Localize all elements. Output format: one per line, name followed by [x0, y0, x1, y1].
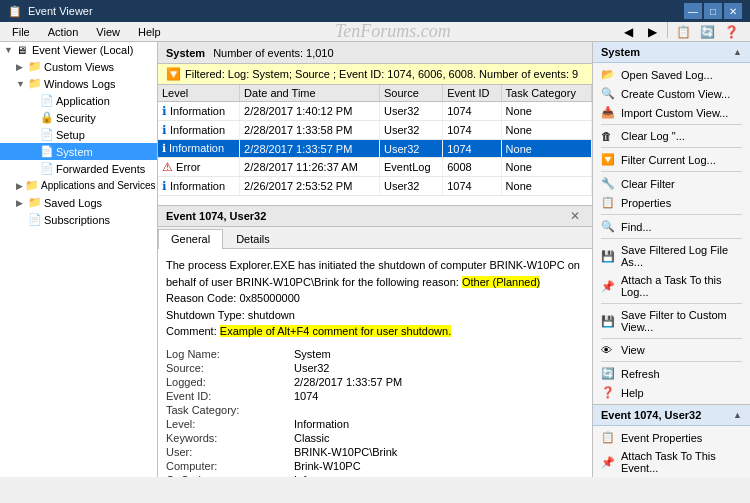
action-event-properties[interactable]: 📋 Event Properties	[593, 428, 750, 447]
cell-source: User32	[380, 140, 443, 158]
action-view[interactable]: 👁 View	[593, 341, 750, 359]
action-import-custom-view[interactable]: 📥 Import Custom View...	[593, 103, 750, 122]
action-label: Save Filter to Custom View...	[621, 309, 742, 333]
cell-category: None	[501, 158, 591, 177]
col-level[interactable]: Level	[158, 85, 240, 102]
action-save-filtered-log[interactable]: 💾 Save Filtered Log File As...	[593, 241, 750, 271]
separator	[601, 338, 742, 339]
save-filter-icon: 💾	[601, 315, 615, 328]
error-icon: ⚠	[162, 160, 173, 174]
watermark: TenForums.com	[171, 21, 615, 42]
action-attach-task[interactable]: 📌 Attach a Task To this Log...	[593, 271, 750, 301]
tab-general[interactable]: General	[158, 229, 223, 249]
app-icon: 📋	[8, 5, 22, 18]
log-icon: 📄	[28, 213, 42, 226]
expand-icon: ▼	[4, 45, 14, 55]
action-find[interactable]: 🔍 Find...	[593, 217, 750, 236]
sidebar-item-system[interactable]: ▶ 📄 System	[0, 143, 157, 160]
import-icon: 📥	[601, 106, 615, 119]
menu-view[interactable]: View	[88, 24, 128, 40]
properties-icon: 📋	[601, 196, 615, 209]
action-help[interactable]: ❓ Help	[593, 383, 750, 402]
action-properties[interactable]: 📋 Properties	[593, 193, 750, 212]
minimize-button[interactable]: —	[684, 3, 702, 19]
computer-icon: 🖥	[16, 44, 30, 56]
maximize-button[interactable]: □	[704, 3, 722, 19]
field-log-name: System	[294, 348, 584, 360]
log-icon: 📄	[40, 162, 54, 175]
action-clear-filter[interactable]: 🔧 Clear Filter	[593, 174, 750, 193]
field-label: Computer:	[166, 460, 286, 472]
actions-event-title[interactable]: Event 1074, User32 ▲	[593, 405, 750, 426]
toolbar-action2[interactable]: 🔄	[696, 22, 718, 42]
title-bar-left: 📋 Event Viewer	[8, 5, 93, 18]
sidebar-item-subscriptions[interactable]: ▶ 📄 Subscriptions	[0, 211, 157, 228]
cell-level: ⚠ Error	[158, 158, 240, 177]
toolbar-back[interactable]: ◀	[617, 22, 639, 42]
clear-icon: 🗑	[601, 130, 615, 142]
table-row[interactable]: ℹ Information 2/26/2017 2:53:52 PM User3…	[158, 177, 592, 196]
sidebar-item-app-services[interactable]: ▶ 📁 Applications and Services Logs	[0, 177, 157, 194]
col-category[interactable]: Task Category	[501, 85, 591, 102]
menu-file[interactable]: File	[4, 24, 38, 40]
action-clear-log[interactable]: 🗑 Clear Log "...	[593, 127, 750, 145]
sidebar-item-security[interactable]: ▶ 🔒 Security	[0, 109, 157, 126]
action-refresh[interactable]: 🔄 Refresh	[593, 364, 750, 383]
action-filter-log[interactable]: 🔽 Filter Current Log...	[593, 150, 750, 169]
table-row[interactable]: ℹ Information 2/28/2017 1:40:12 PM User3…	[158, 102, 592, 121]
table-row-selected[interactable]: ℹ Information 2/28/2017 1:33:57 PM User3…	[158, 140, 592, 158]
field-label: OpCode:	[166, 474, 286, 478]
filter-icon: 🔽	[601, 153, 615, 166]
actions-section-system: System ▲ 📂 Open Saved Log... 🔍 Create Cu…	[593, 42, 750, 405]
close-detail-button[interactable]: ✕	[566, 209, 584, 223]
toolbar-forward[interactable]: ▶	[641, 22, 663, 42]
menu-help[interactable]: Help	[130, 24, 169, 40]
sidebar-item-custom-views[interactable]: ▶ 📁 Custom Views	[0, 58, 157, 75]
collapse-icon: ▲	[733, 410, 742, 420]
highlight-reason: Other (Planned)	[462, 276, 540, 288]
cell-category: None	[501, 102, 591, 121]
field-logged: 2/28/2017 1:33:57 PM	[294, 376, 584, 388]
cell-eventid: 1074	[443, 177, 501, 196]
event-detail-header: Event 1074, User32 ✕	[158, 206, 592, 227]
collapse-icon: ▲	[733, 47, 742, 57]
actions-system-list: 📂 Open Saved Log... 🔍 Create Custom View…	[593, 63, 750, 404]
actions-system-title[interactable]: System ▲	[593, 42, 750, 63]
close-button[interactable]: ✕	[724, 3, 742, 19]
log-icon: 📄	[40, 94, 54, 107]
info-icon: ℹ	[162, 142, 166, 154]
title-bar: 📋 Event Viewer — □ ✕	[0, 0, 750, 22]
event-table-container[interactable]: Level Date and Time Source Event ID Task…	[158, 85, 592, 205]
sidebar-item-windows-logs[interactable]: ▼ 📁 Windows Logs	[0, 75, 157, 92]
detail-content: The process Explorer.EXE has initiated t…	[158, 249, 592, 477]
cell-source: User32	[380, 177, 443, 196]
sidebar-item-event-viewer[interactable]: ▼ 🖥 Event Viewer (Local)	[0, 42, 157, 58]
log-header: System Number of events: 1,010	[158, 42, 592, 64]
cell-source: User32	[380, 102, 443, 121]
info-icon: ℹ	[162, 104, 167, 118]
action-label: Clear Filter	[621, 178, 675, 190]
open-icon: 📂	[601, 68, 615, 81]
toolbar-action1[interactable]: 📋	[672, 22, 694, 42]
col-eventid[interactable]: Event ID	[443, 85, 501, 102]
action-create-custom-view[interactable]: 🔍 Create Custom View...	[593, 84, 750, 103]
cell-category: None	[501, 140, 591, 158]
table-row[interactable]: ⚠ Error 2/28/2017 11:26:37 AM EventLog 6…	[158, 158, 592, 177]
sidebar-item-forwarded[interactable]: ▶ 📄 Forwarded Events	[0, 160, 157, 177]
action-label: Attach a Task To this Log...	[621, 274, 742, 298]
col-source[interactable]: Source	[380, 85, 443, 102]
action-attach-task-event[interactable]: 📌 Attach Task To This Event...	[593, 447, 750, 477]
sidebar-item-setup[interactable]: ▶ 📄 Setup	[0, 126, 157, 143]
sidebar-item-application[interactable]: ▶ 📄 Application	[0, 92, 157, 109]
col-datetime[interactable]: Date and Time	[240, 85, 380, 102]
toolbar-help[interactable]: ❓	[720, 22, 742, 42]
action-open-saved-log[interactable]: 📂 Open Saved Log...	[593, 65, 750, 84]
actions-panel: System ▲ 📂 Open Saved Log... 🔍 Create Cu…	[592, 42, 750, 477]
tab-details[interactable]: Details	[223, 229, 283, 248]
log-icon: 📄	[40, 128, 54, 141]
action-save-filter-custom[interactable]: 💾 Save Filter to Custom View...	[593, 306, 750, 336]
table-row[interactable]: ℹ Information 2/28/2017 1:33:58 PM User3…	[158, 121, 592, 140]
sidebar-label: Windows Logs	[44, 78, 116, 90]
sidebar-item-saved-logs[interactable]: ▶ 📁 Saved Logs	[0, 194, 157, 211]
menu-action[interactable]: Action	[40, 24, 87, 40]
